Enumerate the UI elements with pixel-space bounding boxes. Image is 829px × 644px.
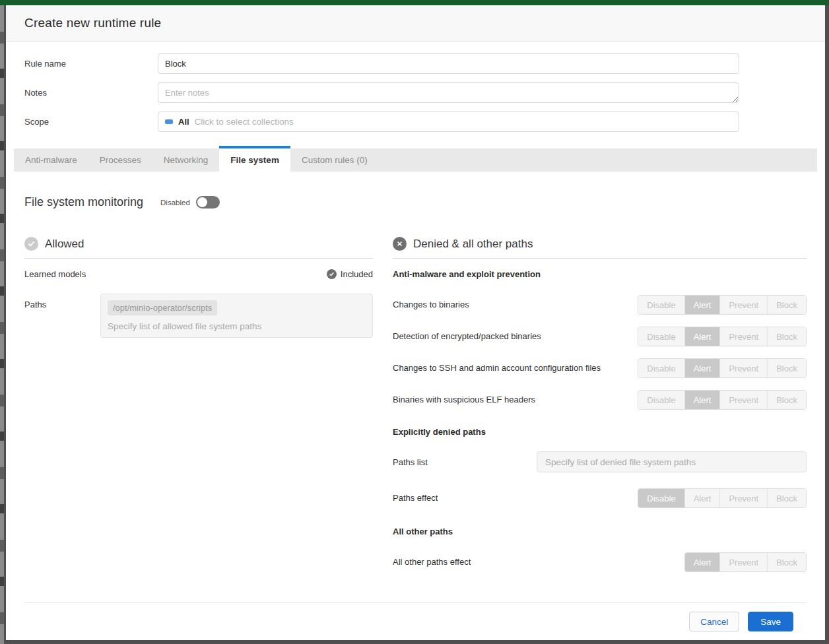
rule-name-label: Rule name [24, 59, 158, 69]
denied-paths-input[interactable] [537, 451, 807, 472]
effect-option-prevent[interactable]: Prevent [719, 391, 767, 409]
scope-selected-collection: All [178, 117, 189, 127]
tab-custom-rules[interactable]: Custom rules (0) [290, 148, 379, 172]
tab-file-system[interactable]: File system [219, 146, 290, 172]
cancel-button[interactable]: Cancel [689, 612, 739, 631]
tab-anti-malware[interactable]: Anti-malware [14, 148, 88, 172]
allowed-column: Allowed Learned models Included Paths [24, 237, 373, 584]
paths-effect-segment-host: DisableAlertPreventBlock [638, 488, 807, 508]
effect-row-label: Changes to binaries [393, 298, 469, 312]
file-system-tab-content: File system monitoring Disabled Allowed … [6, 172, 825, 640]
effect-option-disable[interactable]: Disable [638, 296, 684, 314]
effect-option-block[interactable]: Block [767, 296, 806, 314]
effect-option-prevent[interactable]: Prevent [719, 359, 767, 377]
notes-row: Notes [24, 82, 739, 103]
effect-option-alert[interactable]: Alert [684, 359, 720, 377]
rule-name-row: Rule name [24, 53, 739, 74]
tab-networking[interactable]: Networking [152, 148, 220, 172]
paths-effect-row: Paths effect DisableAlertPreventBlock [393, 488, 807, 508]
antimalware-rows: Changes to binariesDisableAlertPreventBl… [393, 295, 807, 410]
modal-header: Create new runtime rule [6, 5, 825, 42]
all-other-paths-effect-label: All other paths effect [393, 556, 471, 569]
monitoring-toggle[interactable] [196, 196, 220, 209]
effect-option-prevent[interactable]: Prevent [719, 553, 767, 571]
tab-bar: Anti-malwareProcessesNetworkingFile syst… [14, 148, 817, 172]
effect-option-alert[interactable]: Alert [684, 391, 720, 409]
tab-processes[interactable]: Processes [88, 148, 152, 172]
effect-option-alert[interactable]: Alert [685, 553, 720, 571]
effect-row: Changes to binariesDisableAlertPreventBl… [393, 295, 807, 315]
effect-option-block[interactable]: Block [767, 327, 806, 346]
effect-row: Binaries with suspicious ELF headersDisa… [393, 390, 807, 410]
learned-models-status: Included [327, 269, 373, 279]
effect-option-prevent[interactable]: Prevent [719, 296, 767, 314]
learned-models-label: Learned models [24, 269, 86, 279]
toggle-knob [197, 197, 207, 207]
allowed-paths-input[interactable]: /opt/minio-operator/scripts Specify list… [100, 294, 373, 338]
denied-x-icon [393, 237, 407, 251]
effect-option-block[interactable]: Block [767, 391, 806, 409]
scope-label: Scope [24, 117, 158, 127]
allowed-header: Allowed [24, 237, 373, 259]
allowed-paths-placeholder: Specify list of allowed file system path… [108, 321, 366, 331]
denied-column: Denied & all other paths Anti-malware an… [393, 237, 807, 584]
notes-input[interactable] [158, 82, 739, 103]
effect-option-disable[interactable]: Disable [638, 327, 684, 346]
allowed-title: Allowed [45, 238, 84, 251]
notes-label: Notes [24, 88, 158, 98]
screen: Create new runtime rule Rule name Notes … [0, 0, 829, 644]
effect-row-label: Binaries with suspicious ELF headers [393, 393, 535, 407]
rule-columns: Allowed Learned models Included Paths [24, 237, 807, 584]
allowed-paths-row: Paths /opt/minio-operator/scripts Specif… [24, 294, 373, 338]
monitoring-header: File system monitoring Disabled [24, 195, 807, 209]
app-top-bar [0, 0, 829, 5]
effect-segmented-control: DisableAlertPreventBlock [638, 390, 807, 410]
effect-segmented-control: AlertPreventBlock [684, 552, 807, 572]
scope-row: Scope All Click to select collections [24, 112, 739, 132]
effect-row: Detection of encrypted/packed binariesDi… [393, 327, 807, 346]
effect-option-block[interactable]: Block [767, 489, 806, 507]
allowed-path-chip[interactable]: /opt/minio-operator/scripts [108, 300, 217, 315]
effect-segmented-control: DisableAlertPreventBlock [638, 358, 807, 378]
effect-option-disable[interactable]: Disable [638, 359, 684, 377]
included-check-icon [327, 269, 337, 279]
allowed-check-icon [24, 237, 38, 251]
effect-option-disable[interactable]: Disable [638, 489, 684, 507]
learned-models-row: Learned models Included [24, 269, 373, 279]
effect-option-block[interactable]: Block [767, 359, 806, 377]
effect-row: Changes to SSH and admin account configu… [393, 358, 807, 378]
effect-option-block[interactable]: Block [767, 553, 806, 571]
effect-segmented-control: DisableAlertPreventBlock [638, 327, 807, 346]
monitoring-state-label: Disabled [160, 199, 190, 207]
create-runtime-rule-modal: Create new runtime rule Rule name Notes … [4, 5, 829, 644]
effect-segmented-control: DisableAlertPreventBlock [638, 295, 807, 315]
modal-title: Create new runtime rule [24, 16, 161, 30]
paths-list-label: Paths list [393, 457, 537, 467]
explicit-denied-heading: Explicitly denied paths [393, 427, 807, 437]
monitoring-title: File system monitoring [24, 195, 143, 209]
denied-title: Denied & all other paths [413, 238, 533, 251]
effect-segmented-control: DisableAlertPreventBlock [638, 488, 807, 508]
rule-name-input[interactable] [158, 53, 739, 74]
scope-placeholder: Click to select collections [195, 117, 294, 127]
denied-paths-list-row: Paths list [393, 451, 807, 472]
rule-form: Rule name Notes Scope All Click to selec… [6, 42, 825, 143]
effect-option-alert[interactable]: Alert [684, 489, 720, 507]
effect-option-disable[interactable]: Disable [638, 391, 684, 409]
effect-option-prevent[interactable]: Prevent [719, 489, 767, 507]
denied-header: Denied & all other paths [393, 237, 807, 259]
all-other-effect-segment-host: AlertPreventBlock [684, 552, 807, 572]
antimalware-heading: Anti-malware and exploit prevention [393, 269, 807, 279]
paths-effect-label: Paths effect [393, 492, 438, 505]
effect-option-alert[interactable]: Alert [684, 296, 720, 314]
modal-footer: Cancel Save [24, 602, 807, 640]
save-button[interactable]: Save [748, 612, 793, 631]
effect-row-label: Changes to SSH and admin account configu… [393, 362, 601, 375]
effect-option-alert[interactable]: Alert [684, 327, 720, 346]
all-other-paths-heading: All other paths [393, 527, 807, 536]
allowed-paths-label: Paths [24, 294, 100, 338]
scope-collections-picker[interactable]: All Click to select collections [158, 112, 739, 132]
all-other-paths-effect-row: All other paths effect AlertPreventBlock [393, 552, 807, 572]
effect-option-prevent[interactable]: Prevent [719, 327, 767, 346]
collection-chip-icon [165, 119, 173, 124]
